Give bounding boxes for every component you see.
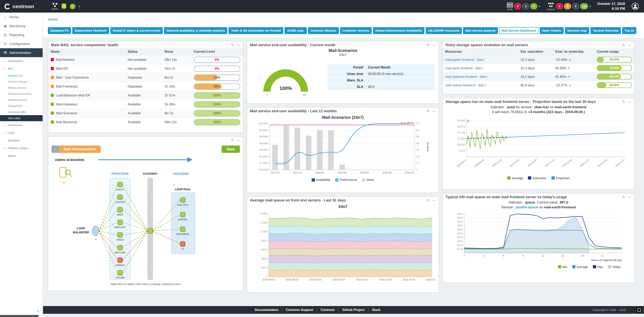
tab-global-infrastructure-availability[interactable]: Global Infrastructure Availability bbox=[373, 27, 425, 34]
host-count-badge[interactable]: 0 bbox=[522, 3, 529, 9]
tab-network-availability-reliability-analysis[interactable]: Network availability & reliability analy… bbox=[164, 27, 227, 34]
centreon-logo[interactable]: centreon bbox=[0, 3, 47, 9]
sidebar-item-parameters[interactable]: ▸Parameters bbox=[0, 57, 42, 65]
level-cell: 0% bbox=[192, 64, 243, 73]
tab-datacenters-tem-hum[interactable]: Datacenters Tem/Hum bbox=[72, 27, 109, 34]
gear-icon: ⚙ bbox=[3, 42, 7, 46]
minimize-icon[interactable]: — bbox=[628, 100, 632, 104]
service-count-badge[interactable]: 118 bbox=[580, 3, 588, 9]
column-header: Evol. vs yesterday bbox=[553, 48, 594, 55]
topbar: centreon pollers ↻ ▾ hosts 005 ▾ bbox=[0, 0, 644, 12]
sidebar-item-resources-access[interactable]: Resources Access bbox=[0, 91, 42, 97]
resource-cell: mail-earth-frontend - disk-/ bbox=[443, 64, 518, 72]
svg-text:2018-11-21: 2018-11-21 bbox=[544, 158, 555, 167]
summary-value: - bbox=[366, 77, 434, 83]
legend-label: Today bbox=[612, 265, 620, 269]
hosts-status-group[interactable]: hosts 005 ▾ bbox=[507, 2, 540, 10]
refresh-icon[interactable]: ↻ bbox=[622, 100, 625, 104]
minimize-icon[interactable]: — bbox=[628, 195, 632, 199]
service-count-badge[interactable]: 5 bbox=[556, 3, 563, 9]
refresh-icon[interactable]: ↻ bbox=[231, 43, 234, 47]
legend-item: Performance bbox=[335, 178, 357, 182]
save-button[interactable]: Save bbox=[222, 146, 240, 153]
legend-label: Min bbox=[562, 265, 567, 269]
sidebar-item-about[interactable]: About bbox=[0, 152, 42, 160]
chevron-down-icon[interactable]: ▾ bbox=[539, 5, 540, 8]
diagram-title-chip[interactable]: Mail Infrastructure bbox=[59, 146, 100, 153]
tab-mail-service-analysis[interactable]: Mail service analysis bbox=[463, 27, 498, 34]
host-count-badge[interactable]: 0 bbox=[514, 3, 521, 9]
tab-hillmore-insurance[interactable]: HILLMORE Insurance bbox=[426, 27, 462, 34]
tab-top-10[interactable]: Top 10 bbox=[622, 27, 636, 34]
poller-status-group[interactable]: pollers ↻ ▾ bbox=[47, 2, 85, 10]
minimize-icon[interactable]: — bbox=[628, 43, 632, 47]
refresh-icon[interactable]: ↻ bbox=[427, 109, 430, 113]
evolution-cell: 88.99% ↗ bbox=[553, 64, 594, 72]
sidebar-item-reporting[interactable]: ▤Reporting bbox=[0, 30, 42, 39]
service-count-badge[interactable]: 4 bbox=[564, 3, 571, 9]
sidebar-item-administration[interactable]: ⚒Administration bbox=[0, 48, 42, 57]
minimize-icon[interactable]: — bbox=[432, 109, 436, 113]
svg-text:No alerts: No alerts bbox=[426, 142, 429, 152]
legend-swatch bbox=[312, 178, 315, 181]
tab-customer-journey[interactable]: Customer Journey bbox=[340, 27, 372, 34]
sidebar-item-platform-status[interactable]: ▸Platform Status bbox=[0, 144, 42, 152]
horizontal-scrollbar-thumb[interactable] bbox=[0, 315, 38, 317]
footer-link-centreon-support[interactable]: Centreon Support bbox=[286, 308, 313, 312]
sidebar-item-home[interactable]: ⌂Home bbox=[0, 12, 42, 21]
sidebar-item-configuration[interactable]: ⚙Configuration bbox=[0, 39, 42, 48]
refresh-icon[interactable]: ↻ bbox=[622, 195, 625, 199]
chevron-down-icon[interactable]: ▾ bbox=[79, 5, 80, 8]
tab-tactical-overview[interactable]: Tactical Overview bbox=[590, 27, 621, 34]
infrastructure-diagram[interactable]: USERS SCENARIOS☀FRONTENDGATEWAYBACKEND☀L… bbox=[50, 154, 242, 282]
tab-acme-corp[interactable]: ACME corp. bbox=[285, 27, 307, 34]
sidebar-item-logs[interactable]: ▸Logs bbox=[0, 129, 42, 137]
sidebar-item-extensions[interactable]: ▸Extensions bbox=[0, 121, 42, 129]
svg-text:2018-10-13: 2018-10-13 bbox=[492, 158, 502, 167]
sidebar-item-sessions[interactable]: Sessions bbox=[0, 137, 42, 144]
since-cell: 28m 14s bbox=[162, 55, 192, 64]
sidebar-item-acl-rules[interactable]: ACL rules bbox=[0, 115, 42, 121]
user-profile-icon[interactable] bbox=[632, 2, 639, 10]
sidebar-item-acl[interactable]: ▾ACL bbox=[0, 65, 42, 72]
minimize-icon[interactable]: — bbox=[236, 138, 240, 142]
sidebar-collapse-icon[interactable]: « bbox=[37, 309, 39, 313]
service-count-badge[interactable]: 0 bbox=[572, 3, 579, 9]
refresh-icon[interactable]: ↻ bbox=[427, 43, 430, 47]
minimize-icon[interactable]: — bbox=[236, 43, 240, 47]
typical-indicator-text: Indicator : queue. Current value: 497.0 bbox=[443, 200, 634, 205]
tab-global-it-status-current-events[interactable]: Global IT status & current events bbox=[110, 27, 163, 34]
level-cell: 60% bbox=[192, 82, 243, 91]
fullscreen-icon[interactable] bbox=[636, 307, 642, 313]
footer-link-slack[interactable]: Slack bbox=[372, 308, 380, 312]
sidebar-item-centreon-mbi[interactable]: Centreon MBI bbox=[0, 109, 42, 115]
breadcrumb-home-link[interactable]: Home bbox=[48, 17, 58, 21]
tab-centreon-website[interactable]: Centreon Website bbox=[308, 27, 339, 34]
host-count-badge[interactable]: 5 bbox=[530, 3, 538, 9]
footer-link-github-project[interactable]: Github Project bbox=[342, 308, 364, 312]
sidebar-item-menus-access[interactable]: Menus Access bbox=[0, 85, 42, 91]
tab-services-map[interactable]: Services map bbox=[565, 27, 589, 34]
svg-text:200.0: 200.0 bbox=[457, 236, 463, 239]
sidebar-item-monitoring[interactable]: ▣Monitoring bbox=[0, 21, 42, 30]
tab-mail-service-dashboard[interactable]: Mail Service Dashboard bbox=[499, 27, 538, 34]
sidebar-item-access-groups[interactable]: Access Groups bbox=[0, 79, 42, 85]
tab-trafic-nb-connection-on-firewall[interactable]: Trafic & Nb connection on Firewall bbox=[229, 27, 284, 34]
services-status-group[interactable]: services 540118 ▾ bbox=[546, 2, 591, 10]
refresh-icon[interactable]: ↻ bbox=[427, 198, 430, 202]
app-root: centreon pollers ↻ ▾ hosts 005 ▾ bbox=[0, 0, 644, 317]
refresh-icon[interactable]: ↻ bbox=[622, 43, 625, 47]
tab-database-fs[interactable]: Database FS bbox=[48, 27, 71, 34]
chevron-down-icon[interactable]: ▾ bbox=[590, 5, 591, 8]
refresh-icon[interactable]: ↻ bbox=[231, 138, 234, 142]
svg-text:2018-10-02: 2018-10-02 bbox=[356, 278, 368, 281]
sidebar-item-access-list[interactable]: Access List bbox=[0, 72, 42, 79]
minimize-icon[interactable]: — bbox=[432, 43, 436, 47]
sidebar-item-reload-acl[interactable]: Reload ACL bbox=[0, 103, 42, 109]
since-cell: 1h 57m bbox=[162, 91, 192, 100]
footer-link-centreon[interactable]: Centreon bbox=[320, 308, 335, 312]
tab-open-tickets[interactable]: Open Tickets bbox=[540, 27, 564, 34]
minimize-icon[interactable]: — bbox=[432, 198, 436, 202]
sidebar-item-actions-access[interactable]: Actions Access bbox=[0, 97, 42, 103]
footer-link-documentation[interactable]: Documentation bbox=[255, 308, 278, 312]
